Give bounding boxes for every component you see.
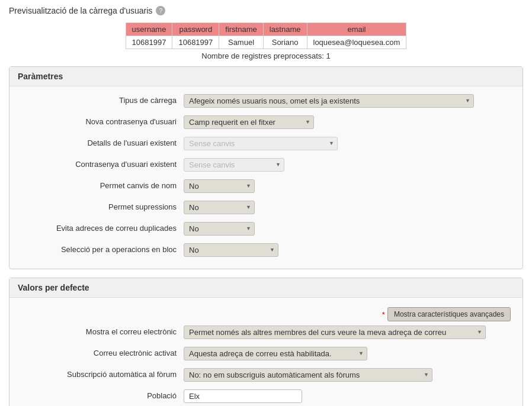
field-operacions-bloc: Selecció per a operacions en bloc No	[18, 241, 514, 258]
field-supressions: Permet supressions No	[18, 199, 514, 215]
page-title: Previsualització de la càrrega d'usuaris	[9, 6, 152, 15]
cell-password: 10681997	[172, 36, 219, 49]
col-header-username: username	[126, 23, 172, 36]
dropdown-container-nova-pass: Camp requerit en el fitxer	[184, 115, 314, 129]
dropdown-container-tipus: Afegeix només usuaris nous, omet els ja …	[184, 94, 474, 108]
required-star: *	[382, 310, 385, 319]
field-subscripcio: Subscripció automàtica al fòrum No: no e…	[18, 366, 514, 383]
defaults-section: Valors per defecte * Mostra característi…	[9, 278, 523, 406]
parameters-section: Paràmetres Tipus de càrrega Afegeix nomé…	[9, 66, 523, 269]
field-mostra-correu: Mostra el correu electrònic Permet només…	[18, 324, 514, 340]
label-tipus-carrega: Tipus de càrrega	[18, 95, 184, 106]
label-supressions: Permet supressions	[18, 202, 184, 212]
col-header-password: password	[172, 23, 219, 36]
select-contrasenya-existent[interactable]: Sense canvis	[184, 158, 284, 172]
control-operacions-bloc: No	[184, 243, 514, 257]
field-adreces-duplicades: Evita adreces de correu duplicades No	[18, 220, 514, 237]
dropdown-container-mostra-correu: Permet només als altres membres del curs…	[184, 326, 486, 339]
select-detalls-usuari[interactable]: Sense canvis	[184, 137, 338, 150]
page-title-row: Previsualització de la càrrega d'usuaris…	[9, 6, 523, 15]
field-nova-contrasenya: Nova contrasenya d'usuari Camp requerit …	[18, 114, 514, 130]
field-detalls-usuari: Detalls de l'usuari existent Sense canvi…	[18, 135, 514, 152]
field-correu-activat: Correu electrònic activat Aquesta adreça…	[18, 345, 514, 362]
dropdown-container-bloc: No	[184, 243, 278, 257]
parameters-section-header: Paràmetres	[9, 67, 523, 86]
cell-firstname: Samuel	[219, 36, 263, 49]
parameters-section-content: Tipus de càrrega Afegeix només usuaris n…	[9, 86, 523, 269]
field-canvis-nom: Permet canvis de nom No	[18, 178, 514, 194]
label-contrasenya-existent: Contrasenya d'usuari existent	[18, 159, 184, 170]
preview-table-container: username password firstname lastname ema…	[9, 22, 523, 60]
control-subscripcio: No: no em subscriguis automàticament als…	[184, 368, 514, 382]
page-container: Previsualització de la càrrega d'usuaris…	[0, 0, 532, 406]
control-detalls-usuari: Sense canvis	[184, 137, 514, 150]
select-tipus-carrega[interactable]: Afegeix només usuaris nous, omet els ja …	[184, 94, 474, 108]
label-subscripcio: Subscripció automàtica al fòrum	[18, 369, 184, 380]
field-poblacio: Població	[18, 388, 514, 404]
cell-email: loquesea@loquesea.com	[307, 36, 406, 49]
control-mostra-correu: Permet només als altres membres del curs…	[184, 326, 514, 339]
label-poblacio: Població	[18, 391, 184, 401]
defaults-section-header: Valors per defecte	[9, 278, 523, 298]
label-detalls-usuari: Detalls de l'usuari existent	[18, 138, 184, 149]
dropdown-container-canvis-nom: No	[184, 179, 255, 193]
label-correu-activat: Correu electrònic activat	[18, 348, 184, 359]
defaults-section-content: * Mostra característiques avançades Most…	[9, 298, 523, 406]
select-operacions-bloc[interactable]: No	[184, 243, 278, 257]
col-header-email: email	[307, 23, 406, 36]
dropdown-container-detalls: Sense canvis	[184, 137, 338, 150]
cell-lastname: Soriano	[263, 36, 307, 49]
select-nova-contrasenya[interactable]: Camp requerit en el fitxer	[184, 115, 314, 129]
records-count: Nombre de registres preprocessats: 1	[201, 51, 330, 60]
advanced-row: * Mostra característiques avançades	[18, 304, 514, 324]
select-adreces-duplicades[interactable]: No	[184, 222, 255, 236]
label-mostra-correu: Mostra el correu electrònic	[18, 327, 184, 337]
field-contrasenya-existent: Contrasenya d'usuari existent Sense canv…	[18, 156, 514, 173]
field-tipus-carrega: Tipus de càrrega Afegeix només usuaris n…	[18, 92, 514, 109]
control-canvis-nom: No	[184, 179, 514, 193]
label-operacions-bloc: Selecció per a operacions en bloc	[18, 244, 184, 255]
control-supressions: No	[184, 201, 514, 214]
select-canvis-nom[interactable]: No	[184, 179, 255, 193]
select-subscripcio[interactable]: No: no em subscriguis automàticament als…	[184, 368, 432, 382]
control-contrasenya-existent: Sense canvis	[184, 158, 514, 172]
dropdown-container-supressions: No	[184, 201, 255, 214]
select-correu-activat[interactable]: Aquesta adreça de correu està habilitada…	[184, 347, 367, 360]
dropdown-container-subscripcio: No: no em subscriguis automàticament als…	[184, 368, 432, 382]
dropdown-container-pass-exist: Sense canvis	[184, 158, 284, 172]
control-poblacio	[184, 389, 514, 403]
label-adreces-duplicades: Evita adreces de correu duplicades	[18, 223, 184, 234]
dropdown-container-correu-activat: Aquesta adreça de correu està habilitada…	[184, 347, 367, 360]
select-supressions[interactable]: No	[184, 201, 255, 214]
table-row: 10681997 10681997 Samuel Soriano loquese…	[126, 36, 406, 49]
label-canvis-nom: Permet canvis de nom	[18, 181, 184, 191]
input-poblacio[interactable]	[184, 389, 302, 403]
preview-table: username password firstname lastname ema…	[126, 22, 407, 49]
label-nova-contrasenya: Nova contrasenya d'usuari	[18, 117, 184, 127]
control-nova-contrasenya: Camp requerit en el fitxer	[184, 115, 514, 129]
control-adreces-duplicades: No	[184, 222, 514, 236]
select-mostra-correu[interactable]: Permet només als altres membres del curs…	[184, 326, 486, 339]
control-correu-activat: Aquesta adreça de correu està habilitada…	[184, 347, 514, 360]
control-tipus-carrega: Afegeix només usuaris nous, omet els ja …	[184, 94, 514, 108]
col-header-lastname: lastname	[263, 23, 307, 36]
col-header-firstname: firstname	[219, 23, 263, 36]
cell-username: 10681997	[126, 36, 172, 49]
help-icon[interactable]: ?	[156, 6, 165, 15]
advanced-features-button[interactable]: Mostra característiques avançades	[387, 307, 511, 321]
dropdown-container-adreces: No	[184, 222, 255, 236]
